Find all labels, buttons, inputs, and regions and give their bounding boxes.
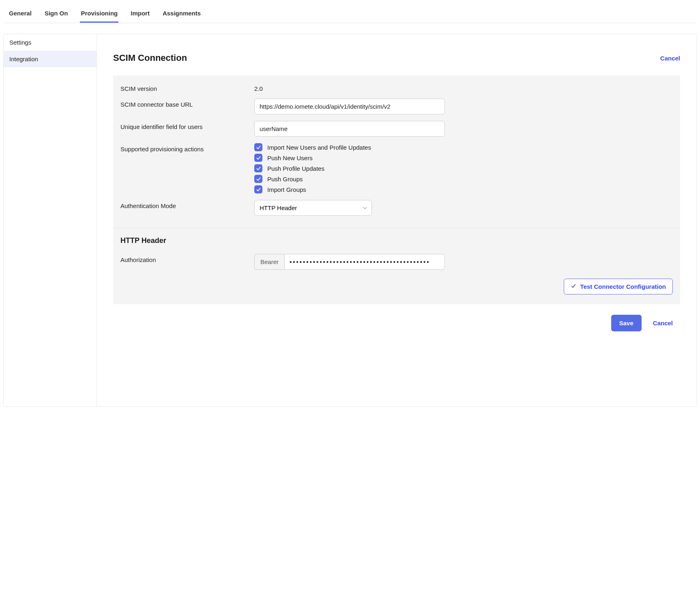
label-authorization: Authorization — [120, 254, 246, 263]
sidebar: Settings Integration — [4, 34, 97, 406]
row-authorization: Authorization Bearer — [113, 249, 680, 270]
sidebar-item-integration[interactable]: Integration — [4, 51, 97, 67]
checkbox-checked-icon — [254, 154, 262, 162]
main-content: SCIM Connection Cancel SCIM version 2.0 … — [97, 34, 696, 406]
row-base-url: SCIM connector base URL — [113, 92, 680, 114]
label-auth-mode: Authentication Mode — [120, 200, 246, 209]
row-actions: Supported provisioning actions Import Ne… — [113, 137, 680, 193]
checkbox-checked-icon — [254, 143, 262, 151]
action-label: Push New Users — [267, 155, 313, 161]
form-block: SCIM version 2.0 SCIM connector base URL… — [113, 75, 680, 304]
label-scim-version: SCIM version — [120, 83, 246, 92]
test-connector-button[interactable]: Test Connector Configuration — [564, 279, 673, 294]
row-uid: Unique identifier field for users — [113, 114, 680, 137]
action-push-groups[interactable]: Push Groups — [254, 175, 673, 183]
label-base-url: SCIM connector base URL — [120, 99, 246, 108]
cancel-button[interactable]: Cancel — [653, 320, 673, 326]
row-auth-mode: Authentication Mode HTTP Header — [113, 193, 680, 216]
label-uid: Unique identifier field for users — [120, 121, 246, 130]
tab-assignments[interactable]: Assignments — [162, 7, 202, 23]
http-header-title: HTTP Header — [113, 236, 680, 249]
action-push-users[interactable]: Push New Users — [254, 154, 673, 162]
test-row: Test Connector Configuration — [113, 270, 680, 294]
auth-input-group: Bearer — [254, 254, 445, 270]
action-label: Import Groups — [267, 186, 306, 193]
title-row: SCIM Connection Cancel — [113, 53, 680, 63]
cancel-link-top[interactable]: Cancel — [660, 55, 680, 62]
test-connector-label: Test Connector Configuration — [580, 283, 666, 290]
action-import-users[interactable]: Import New Users and Profile Updates — [254, 143, 673, 151]
input-base-url[interactable] — [254, 99, 445, 114]
input-bearer-token[interactable] — [284, 254, 445, 270]
action-push-profile[interactable]: Push Profile Updates — [254, 164, 673, 172]
tab-import[interactable]: Import — [130, 7, 150, 23]
divider — [113, 228, 680, 228]
tab-provisioning[interactable]: Provisioning — [80, 7, 118, 23]
auth-mode-select[interactable]: HTTP Header — [254, 200, 372, 216]
label-actions: Supported provisioning actions — [120, 143, 246, 152]
value-scim-version: 2.0 — [254, 83, 673, 92]
auth-mode-select-wrap: HTTP Header — [254, 200, 372, 216]
bearer-addon: Bearer — [254, 254, 284, 270]
page-title: SCIM Connection — [113, 53, 187, 63]
sidebar-item-settings[interactable]: Settings — [4, 34, 97, 51]
action-label: Push Groups — [267, 176, 303, 183]
action-label: Import New Users and Profile Updates — [267, 144, 371, 151]
content-panel: Settings Integration SCIM Connection Can… — [3, 34, 697, 407]
top-tabs: General Sign On Provisioning Import Assi… — [3, 3, 697, 23]
checkbox-checked-icon — [254, 164, 262, 172]
checkbox-checked-icon — [254, 185, 262, 193]
actions-list: Import New Users and Profile Updates Pus… — [254, 143, 673, 193]
action-label: Push Profile Updates — [267, 165, 324, 172]
check-icon — [571, 283, 576, 290]
tab-general[interactable]: General — [8, 7, 32, 23]
action-import-groups[interactable]: Import Groups — [254, 185, 673, 193]
save-button[interactable]: Save — [611, 315, 642, 331]
row-scim-version: SCIM version 2.0 — [113, 75, 680, 92]
tab-sign-on[interactable]: Sign On — [44, 7, 69, 23]
checkbox-checked-icon — [254, 175, 262, 183]
footer-row: Save Cancel — [113, 304, 680, 331]
input-uid[interactable] — [254, 121, 445, 137]
